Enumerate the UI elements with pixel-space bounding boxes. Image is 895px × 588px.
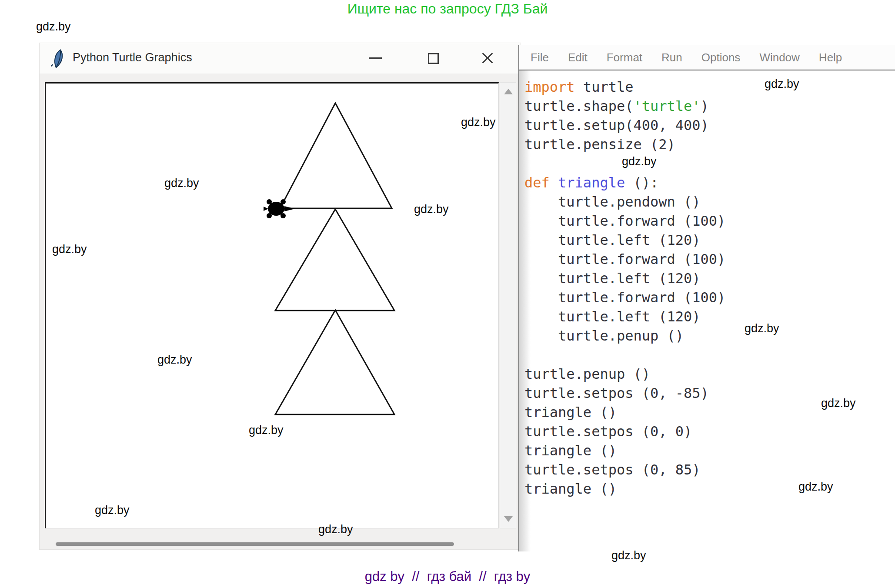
horizontal-scrollbar-thumb[interactable]: [56, 542, 454, 546]
watermark: gdz.by: [318, 523, 353, 536]
watermark: gdz.by: [622, 155, 657, 168]
code-line: turtle.forward (100): [524, 211, 895, 231]
code-area[interactable]: import turtleturtle.shape('turtle')turtl…: [519, 71, 895, 498]
watermark: gdz.by: [765, 77, 799, 91]
turtle-graphics-window: Python Turtle Graphics: [39, 43, 521, 550]
code-line: turtle.pensize (2): [524, 135, 895, 154]
turtle-drawing: [46, 84, 498, 528]
watermark: gdz.by: [798, 480, 833, 494]
code-editor-panel: FileEditFormatRunOptionsWindowHelp impor…: [518, 45, 895, 551]
menu-item-file[interactable]: File: [531, 51, 549, 64]
bottom-banner: gdz by // гдз бай // гдз by: [0, 569, 895, 585]
watermark: gdz.by: [36, 20, 71, 33]
maximize-icon: [428, 53, 439, 64]
watermark: gdz.by: [52, 243, 87, 256]
scroll-up-icon[interactable]: [504, 89, 513, 94]
watermark: gdz.by: [95, 504, 130, 517]
window-titlebar[interactable]: Python Turtle Graphics: [40, 43, 521, 74]
code-line: turtle.pendown (): [524, 192, 895, 211]
watermark: gdz.by: [164, 177, 199, 190]
close-icon: [481, 52, 494, 65]
code-line: def triangle ():: [524, 173, 895, 192]
maximize-button[interactable]: [414, 43, 453, 74]
code-line: turtle.left (120): [524, 269, 895, 288]
code-line: [524, 345, 895, 364]
code-line: turtle.shape('turtle'): [524, 97, 895, 116]
code-line: import turtle: [524, 77, 895, 97]
triangle-top: [280, 103, 392, 208]
menu-item-help[interactable]: Help: [819, 51, 842, 64]
scroll-down-icon[interactable]: [504, 516, 513, 522]
code-line: turtle.setpos (0, 85): [524, 460, 895, 479]
minimize-icon: [369, 57, 382, 59]
watermark: gdz.by: [821, 397, 856, 410]
menu-item-run[interactable]: Run: [661, 51, 682, 64]
vertical-scrollbar[interactable]: [500, 82, 516, 528]
editor-menubar: FileEditFormatRunOptionsWindowHelp: [519, 45, 895, 70]
code-line: turtle.setup(400, 400): [524, 116, 895, 135]
code-line: turtle.forward (100): [524, 250, 895, 269]
triangle-bottom: [275, 310, 394, 414]
close-button[interactable]: [468, 43, 507, 74]
watermark: gdz.by: [157, 353, 192, 367]
code-line: triangle (): [524, 479, 895, 498]
code-line: triangle (): [524, 441, 895, 460]
triangle-middle: [275, 209, 394, 311]
code-line: [524, 154, 895, 173]
menu-item-format[interactable]: Format: [607, 51, 642, 64]
top-banner: Ищите нас по запросу ГДЗ Бай: [0, 1, 895, 17]
code-line: turtle.forward (100): [524, 288, 895, 307]
menu-item-window[interactable]: Window: [759, 51, 799, 64]
window-title: Python Turtle Graphics: [73, 51, 192, 64]
code-line: turtle.setpos (0, 0): [524, 422, 895, 441]
watermark: gdz.by: [611, 549, 646, 562]
code-line: turtle.penup (): [524, 326, 895, 345]
code-line: turtle.left (120): [524, 307, 895, 326]
watermark: gdz.by: [414, 203, 449, 216]
code-line: turtle.left (120): [524, 231, 895, 250]
code-line: turtle.penup (): [524, 364, 895, 384]
tk-feather-icon: [51, 49, 66, 68]
turtle-canvas: [45, 82, 499, 528]
turtle-cursor: [264, 199, 295, 218]
minimize-button[interactable]: [356, 43, 395, 74]
menu-item-edit[interactable]: Edit: [568, 51, 588, 64]
watermark: gdz.by: [249, 424, 284, 437]
watermark: gdz.by: [745, 322, 779, 335]
menu-item-options[interactable]: Options: [701, 51, 741, 64]
watermark: gdz.by: [461, 116, 496, 129]
